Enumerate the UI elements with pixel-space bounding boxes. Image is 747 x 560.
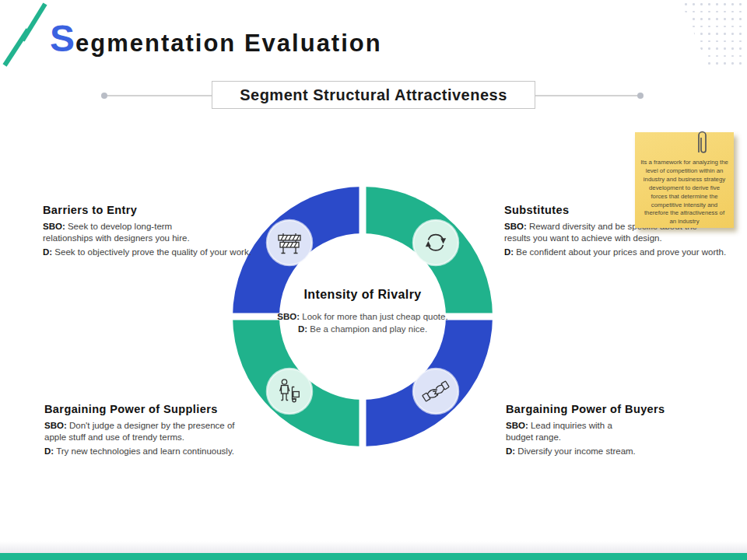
force-sbo: SBO: Don't judge a designer by the prese… [44, 420, 251, 443]
force-center: Intensity of Rivalry SBO: Look for more … [269, 288, 456, 335]
force-bargaining-power-of-suppliers: Bargaining Power of Suppliers SBO: Don't… [44, 403, 286, 460]
section-banner-label: Segment Structural Attractiveness [240, 86, 507, 104]
force-bargaining-power-of-buyers: Bargaining Power of Buyers SBO: Lead inq… [506, 403, 731, 460]
force-sbo: SBO: Seek to develop long-term relations… [43, 221, 220, 244]
force-d: D: Be confident about your prices and pr… [504, 247, 742, 258]
force-heading: Bargaining Power of Buyers [506, 403, 731, 415]
title-accent-letter: S [50, 17, 75, 60]
corner-dots-pattern-icon [669, 3, 745, 68]
title-text: egmentation Evaluation [75, 30, 382, 58]
force-d: D: Try new technologies and learn contin… [44, 446, 286, 457]
section-banner: Segment Structural Attractiveness [212, 81, 535, 109]
banner-endpoint-dot-right [637, 93, 644, 99]
footer-accent-bar [0, 553, 747, 560]
force-barriers-to-entry: Barriers to Entry SBO: Seek to develop l… [43, 204, 300, 261]
sticky-note: Its a framework for analyzing the level … [635, 132, 734, 228]
zigzag-decoration-icon [0, 0, 54, 72]
force-d: D: Seek to objectively prove the quality… [43, 247, 300, 258]
slide: Segmentation Evaluation Segment Structur… [0, 0, 747, 560]
force-d: D: Diversify your income stream. [506, 446, 731, 457]
page-title: Segmentation Evaluation [50, 17, 382, 60]
banner-endpoint-dot-left [101, 93, 107, 99]
force-center-heading: Intensity of Rivalry [269, 288, 456, 302]
force-center-sbo: SBO: Look for more than just cheap quote… [269, 311, 456, 324]
force-heading: Barriers to Entry [43, 204, 300, 216]
supplier-handtruck-icon [280, 380, 300, 402]
handshake-icon [423, 381, 450, 402]
footer-fade [0, 541, 747, 553]
force-heading: Bargaining Power of Suppliers [44, 403, 286, 415]
paperclip-icon [695, 129, 710, 160]
force-sbo: SBO: Lead inquiries with a budget range. [506, 420, 637, 443]
cycle-arrows-icon [426, 235, 446, 250]
force-center-d: D: Be a champion and play nice. [269, 324, 456, 336]
icon-circle-bottom-right [413, 369, 458, 414]
quadrant-bottom-right [363, 317, 493, 446]
sticky-note-text: Its a framework for analyzing the level … [640, 159, 728, 226]
icon-circle-top-right [413, 220, 458, 265]
